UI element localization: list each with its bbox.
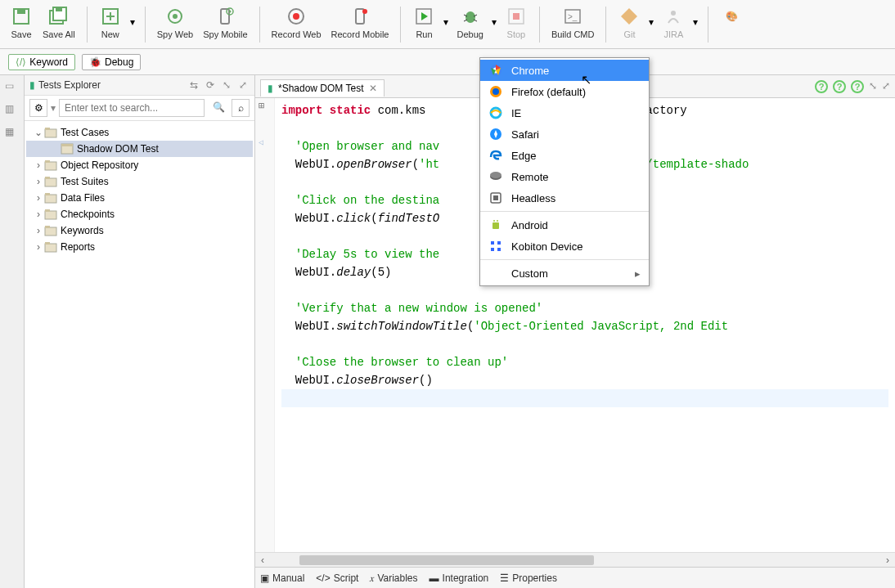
tab-properties[interactable]: ☰Properties — [500, 572, 557, 584]
svg-text:>_: >_ — [568, 12, 578, 21]
editor-tab-title: *Shadow DOM Test — [278, 83, 364, 94]
refresh-icon[interactable]: ⟳ — [204, 79, 217, 92]
gutter-marker-icon: ◁ — [259, 137, 263, 147]
left-icon-rail: ▭ ▥ ▦ — [0, 75, 25, 588]
tree-item-label: Checkpoints — [61, 209, 115, 220]
close-tab-icon[interactable]: ✕ — [369, 83, 377, 94]
tab-integration[interactable]: ▬Integration — [430, 572, 489, 584]
collapse-editor-icon[interactable]: ⤡ — [869, 80, 877, 93]
scroll-left-arrow[interactable]: ‹ — [255, 554, 270, 566]
menu-android[interactable]: Android — [480, 214, 649, 236]
tree-item-checkpoints[interactable]: ›Checkpoints — [26, 206, 253, 222]
keyword-perspective[interactable]: ⟨/⟩ Keyword — [8, 54, 75, 70]
menu-firefox[interactable]: Firefox (default) — [480, 81, 649, 102]
filter-arrow[interactable]: ▾ — [51, 102, 56, 114]
svg-point-12 — [229, 11, 232, 13]
svg-point-29 — [671, 11, 676, 16]
collapse-icon[interactable]: ⤡ — [220, 79, 233, 92]
main-toolbar: Save Save All New ▾ Spy Web Spy Mobile R… — [0, 0, 895, 49]
debug-button[interactable]: Debug — [452, 3, 488, 41]
svg-rect-45 — [45, 242, 50, 245]
editor-tab[interactable]: ▮ *Shadow DOM Test ✕ — [260, 79, 385, 97]
save-all-button[interactable]: Save All — [38, 3, 80, 41]
build-cmd-button[interactable]: >_ Build CMD — [546, 3, 600, 41]
save-button[interactable]: Save — [5, 3, 38, 41]
tree-item-data-files[interactable]: ›Data Files — [26, 190, 253, 206]
tree-item-reports[interactable]: ›Reports — [26, 239, 253, 255]
scroll-right-arrow[interactable]: › — [880, 554, 895, 566]
scrollbar-thumb[interactable] — [299, 555, 594, 565]
palette-button[interactable]: 🎨 — [715, 3, 748, 29]
svg-rect-43 — [45, 226, 50, 228]
debug-dropdown-arrow[interactable]: ▾ — [488, 11, 500, 34]
spy-web-icon — [164, 5, 187, 28]
new-dropdown-arrow[interactable]: ▾ — [127, 11, 138, 34]
svg-rect-61 — [497, 241, 501, 245]
spy-mobile-button[interactable]: Spy Mobile — [198, 3, 252, 41]
clear-search-button[interactable]: ⌕ — [232, 99, 250, 117]
ie-icon — [488, 105, 503, 120]
chrome-icon — [488, 63, 503, 78]
svg-marker-18 — [421, 12, 428, 20]
svg-point-14 — [293, 13, 299, 20]
menu-ie[interactable]: IE — [480, 102, 649, 123]
menu-kobiton[interactable]: Kobiton Device — [480, 236, 649, 257]
menu-edge[interactable]: Edge — [480, 145, 649, 166]
filter-button[interactable]: ⚙ — [29, 99, 47, 117]
tree-item-test-suites[interactable]: ›Test Suites — [26, 173, 253, 190]
debug-perspective[interactable]: 🐞 Debug — [82, 54, 141, 70]
tree-item-shadow-dom-test[interactable]: Shadow DOM Test — [26, 141, 253, 157]
tab-script[interactable]: </>Script — [316, 572, 358, 584]
tree-item-keywords[interactable]: ›Keywords — [26, 222, 253, 239]
editor-gutter: ⊞ ◁ — [255, 98, 275, 552]
folder-icon — [44, 240, 57, 254]
svg-rect-38 — [45, 195, 56, 203]
tab-manual[interactable]: ▣Manual — [260, 572, 304, 584]
stop-button[interactable]: Stop — [500, 3, 533, 41]
help-icon-2[interactable]: ? — [833, 80, 846, 93]
git-button[interactable]: Git — [613, 3, 645, 41]
rail-icon-2[interactable]: ▥ — [5, 103, 20, 118]
record-web-button[interactable]: Record Web — [267, 3, 326, 41]
menu-custom[interactable]: Custom ▸ — [480, 263, 649, 284]
run-button[interactable]: Run — [407, 3, 440, 41]
jira-button[interactable]: JIRA — [657, 3, 690, 41]
explorer-header: ▮ Tests Explorer ⇆ ⟳ ⤡ ⤢ — [25, 75, 254, 96]
menu-chrome[interactable]: Chrome — [480, 60, 649, 81]
help-icon-1[interactable]: ? — [815, 80, 828, 93]
git-dropdown-arrow[interactable]: ▾ — [645, 11, 657, 34]
search-icon: 🔍 — [213, 101, 225, 113]
rail-icon-1[interactable]: ▭ — [5, 80, 20, 95]
svg-rect-33 — [61, 144, 73, 146]
tab-variables[interactable]: 𝑥Variables — [370, 572, 417, 584]
tree-item-test-cases[interactable]: ⌄Test Cases — [26, 124, 253, 141]
svg-rect-40 — [45, 211, 56, 219]
maximize-editor-icon[interactable]: ⤢ — [882, 80, 890, 93]
new-button[interactable]: New — [94, 3, 127, 41]
menu-remote[interactable]: Remote — [480, 166, 649, 187]
expand-icon[interactable]: ⤢ — [236, 79, 250, 92]
menu-safari[interactable]: Safari — [480, 123, 649, 145]
menu-headless[interactable]: Headless — [480, 187, 649, 209]
jira-dropdown-arrow[interactable]: ▾ — [690, 11, 701, 34]
horizontal-scrollbar[interactable]: ‹ › — [255, 552, 895, 567]
folder-icon — [44, 224, 57, 237]
run-dropdown-arrow[interactable]: ▾ — [440, 11, 452, 34]
fold-plus-icon[interactable]: ⊞ — [259, 100, 264, 112]
tree-item-label: Test Cases — [61, 127, 109, 138]
svg-rect-57 — [492, 222, 499, 229]
search-input[interactable] — [59, 99, 205, 117]
rail-icon-3[interactable]: ▦ — [5, 126, 20, 141]
svg-rect-1 — [17, 9, 25, 14]
tree-item-object-repository[interactable]: ›Object Repository — [26, 157, 253, 173]
script-icon: </> — [316, 572, 330, 584]
record-mobile-button[interactable]: Record Mobile — [326, 3, 394, 41]
spy-web-button[interactable]: Spy Web — [152, 3, 198, 41]
link-icon[interactable]: ⇆ — [187, 79, 200, 92]
svg-rect-44 — [45, 244, 56, 252]
jira-icon — [662, 5, 685, 28]
svg-point-54 — [490, 172, 501, 178]
folder-icon — [44, 159, 57, 172]
help-icon-3[interactable]: ? — [851, 80, 864, 93]
svg-marker-28 — [621, 8, 637, 25]
